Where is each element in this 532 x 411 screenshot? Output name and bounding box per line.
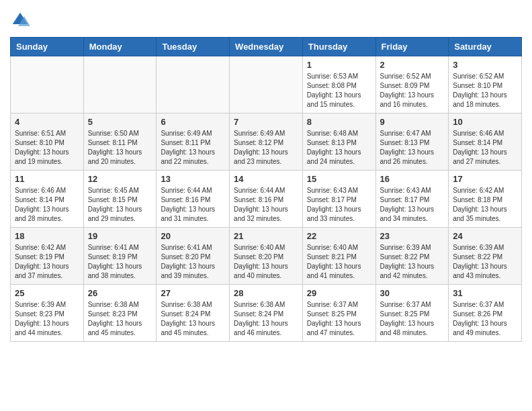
day-info: Sunrise: 6:53 AM Sunset: 8:08 PM Dayligh… bbox=[307, 72, 371, 109]
day-number: 30 bbox=[380, 288, 445, 298]
day-cell: 6Sunrise: 6:49 AM Sunset: 8:11 PM Daylig… bbox=[157, 113, 230, 171]
day-info: Sunrise: 6:46 AM Sunset: 8:14 PM Dayligh… bbox=[15, 186, 79, 224]
weekday-header-thursday: Thursday bbox=[302, 38, 375, 56]
week-row-3: 11Sunrise: 6:46 AM Sunset: 8:14 PM Dayli… bbox=[11, 171, 522, 228]
day-number: 7 bbox=[234, 117, 298, 127]
weekday-header-row: SundayMondayTuesdayWednesdayThursdayFrid… bbox=[11, 38, 522, 56]
day-cell: 20Sunrise: 6:41 AM Sunset: 8:20 PM Dayli… bbox=[157, 228, 230, 285]
day-info: Sunrise: 6:39 AM Sunset: 8:22 PM Dayligh… bbox=[453, 243, 517, 281]
day-number: 21 bbox=[234, 231, 298, 241]
day-info: Sunrise: 6:44 AM Sunset: 8:16 PM Dayligh… bbox=[161, 186, 225, 224]
day-cell: 31Sunrise: 6:37 AM Sunset: 8:26 PM Dayli… bbox=[449, 285, 522, 342]
day-number: 19 bbox=[88, 231, 152, 241]
day-cell: 12Sunrise: 6:45 AM Sunset: 8:15 PM Dayli… bbox=[83, 171, 157, 228]
day-cell bbox=[230, 56, 303, 113]
week-row-5: 25Sunrise: 6:39 AM Sunset: 8:23 PM Dayli… bbox=[11, 285, 522, 342]
day-cell: 19Sunrise: 6:41 AM Sunset: 8:19 PM Dayli… bbox=[83, 228, 157, 285]
day-info: Sunrise: 6:41 AM Sunset: 8:20 PM Dayligh… bbox=[161, 243, 225, 281]
day-number: 20 bbox=[161, 231, 225, 241]
day-info: Sunrise: 6:38 AM Sunset: 8:24 PM Dayligh… bbox=[161, 300, 225, 338]
day-number: 9 bbox=[380, 117, 445, 127]
day-info: Sunrise: 6:44 AM Sunset: 8:16 PM Dayligh… bbox=[234, 186, 298, 224]
day-number: 28 bbox=[234, 288, 298, 298]
day-cell: 26Sunrise: 6:38 AM Sunset: 8:23 PM Dayli… bbox=[83, 285, 157, 342]
day-number: 8 bbox=[307, 117, 371, 127]
day-cell bbox=[157, 56, 230, 113]
day-cell: 22Sunrise: 6:40 AM Sunset: 8:21 PM Dayli… bbox=[302, 228, 375, 285]
weekday-header-monday: Monday bbox=[83, 38, 157, 56]
day-cell: 25Sunrise: 6:39 AM Sunset: 8:23 PM Dayli… bbox=[11, 285, 84, 342]
calendar-table: SundayMondayTuesdayWednesdayThursdayFrid… bbox=[10, 37, 522, 342]
day-info: Sunrise: 6:48 AM Sunset: 8:13 PM Dayligh… bbox=[307, 129, 371, 167]
day-info: Sunrise: 6:38 AM Sunset: 8:23 PM Dayligh… bbox=[88, 300, 152, 338]
day-info: Sunrise: 6:38 AM Sunset: 8:24 PM Dayligh… bbox=[234, 300, 298, 338]
day-info: Sunrise: 6:52 AM Sunset: 8:10 PM Dayligh… bbox=[453, 72, 517, 109]
day-cell: 23Sunrise: 6:39 AM Sunset: 8:22 PM Dayli… bbox=[375, 228, 449, 285]
day-cell: 4Sunrise: 6:51 AM Sunset: 8:10 PM Daylig… bbox=[11, 113, 84, 171]
day-number: 31 bbox=[453, 288, 517, 298]
day-cell: 5Sunrise: 6:50 AM Sunset: 8:11 PM Daylig… bbox=[83, 113, 157, 171]
day-number: 18 bbox=[15, 231, 79, 241]
day-info: Sunrise: 6:37 AM Sunset: 8:26 PM Dayligh… bbox=[453, 300, 517, 338]
day-number: 3 bbox=[453, 60, 517, 70]
day-number: 23 bbox=[380, 231, 445, 241]
week-row-2: 4Sunrise: 6:51 AM Sunset: 8:10 PM Daylig… bbox=[11, 113, 522, 171]
day-info: Sunrise: 6:40 AM Sunset: 8:21 PM Dayligh… bbox=[307, 243, 371, 281]
day-info: Sunrise: 6:52 AM Sunset: 8:09 PM Dayligh… bbox=[380, 72, 445, 109]
day-cell bbox=[11, 56, 84, 113]
day-number: 24 bbox=[453, 231, 517, 241]
day-number: 10 bbox=[453, 117, 517, 127]
day-number: 6 bbox=[161, 117, 225, 127]
day-info: Sunrise: 6:43 AM Sunset: 8:17 PM Dayligh… bbox=[380, 186, 445, 224]
day-info: Sunrise: 6:43 AM Sunset: 8:17 PM Dayligh… bbox=[307, 186, 371, 224]
logo-icon bbox=[10, 10, 30, 30]
day-cell: 3Sunrise: 6:52 AM Sunset: 8:10 PM Daylig… bbox=[449, 56, 522, 113]
day-number: 17 bbox=[453, 174, 517, 184]
day-info: Sunrise: 6:45 AM Sunset: 8:15 PM Dayligh… bbox=[88, 186, 152, 224]
day-cell: 10Sunrise: 6:46 AM Sunset: 8:14 PM Dayli… bbox=[449, 113, 522, 171]
day-info: Sunrise: 6:51 AM Sunset: 8:10 PM Dayligh… bbox=[15, 129, 79, 167]
day-cell bbox=[83, 56, 157, 113]
day-cell: 7Sunrise: 6:49 AM Sunset: 8:12 PM Daylig… bbox=[230, 113, 303, 171]
weekday-header-saturday: Saturday bbox=[449, 38, 522, 56]
day-number: 2 bbox=[380, 60, 445, 70]
day-cell: 24Sunrise: 6:39 AM Sunset: 8:22 PM Dayli… bbox=[449, 228, 522, 285]
day-cell: 17Sunrise: 6:42 AM Sunset: 8:18 PM Dayli… bbox=[449, 171, 522, 228]
logo bbox=[10, 10, 33, 30]
day-cell: 2Sunrise: 6:52 AM Sunset: 8:09 PM Daylig… bbox=[375, 56, 449, 113]
page-header bbox=[10, 10, 522, 30]
week-row-1: 1Sunrise: 6:53 AM Sunset: 8:08 PM Daylig… bbox=[11, 56, 522, 113]
day-cell: 15Sunrise: 6:43 AM Sunset: 8:17 PM Dayli… bbox=[302, 171, 375, 228]
day-cell: 28Sunrise: 6:38 AM Sunset: 8:24 PM Dayli… bbox=[230, 285, 303, 342]
day-info: Sunrise: 6:41 AM Sunset: 8:19 PM Dayligh… bbox=[88, 243, 152, 281]
day-number: 13 bbox=[161, 174, 225, 184]
day-info: Sunrise: 6:39 AM Sunset: 8:22 PM Dayligh… bbox=[380, 243, 445, 281]
day-cell: 21Sunrise: 6:40 AM Sunset: 8:20 PM Dayli… bbox=[230, 228, 303, 285]
day-info: Sunrise: 6:37 AM Sunset: 8:25 PM Dayligh… bbox=[380, 300, 445, 338]
day-info: Sunrise: 6:46 AM Sunset: 8:14 PM Dayligh… bbox=[453, 129, 517, 167]
week-row-4: 18Sunrise: 6:42 AM Sunset: 8:19 PM Dayli… bbox=[11, 228, 522, 285]
day-info: Sunrise: 6:50 AM Sunset: 8:11 PM Dayligh… bbox=[88, 129, 152, 167]
day-cell: 29Sunrise: 6:37 AM Sunset: 8:25 PM Dayli… bbox=[302, 285, 375, 342]
day-info: Sunrise: 6:47 AM Sunset: 8:13 PM Dayligh… bbox=[380, 129, 445, 167]
day-number: 4 bbox=[15, 117, 79, 127]
day-cell: 9Sunrise: 6:47 AM Sunset: 8:13 PM Daylig… bbox=[375, 113, 449, 171]
day-number: 29 bbox=[307, 288, 371, 298]
day-cell: 30Sunrise: 6:37 AM Sunset: 8:25 PM Dayli… bbox=[375, 285, 449, 342]
day-info: Sunrise: 6:49 AM Sunset: 8:12 PM Dayligh… bbox=[234, 129, 298, 167]
day-number: 14 bbox=[234, 174, 298, 184]
weekday-header-wednesday: Wednesday bbox=[230, 38, 303, 56]
day-info: Sunrise: 6:39 AM Sunset: 8:23 PM Dayligh… bbox=[15, 300, 79, 338]
day-number: 1 bbox=[307, 60, 371, 70]
day-cell: 14Sunrise: 6:44 AM Sunset: 8:16 PM Dayli… bbox=[230, 171, 303, 228]
day-cell: 13Sunrise: 6:44 AM Sunset: 8:16 PM Dayli… bbox=[157, 171, 230, 228]
day-number: 26 bbox=[88, 288, 152, 298]
day-number: 11 bbox=[15, 174, 79, 184]
weekday-header-tuesday: Tuesday bbox=[157, 38, 230, 56]
day-number: 16 bbox=[380, 174, 445, 184]
day-cell: 1Sunrise: 6:53 AM Sunset: 8:08 PM Daylig… bbox=[302, 56, 375, 113]
day-cell: 16Sunrise: 6:43 AM Sunset: 8:17 PM Dayli… bbox=[375, 171, 449, 228]
day-cell: 8Sunrise: 6:48 AM Sunset: 8:13 PM Daylig… bbox=[302, 113, 375, 171]
day-info: Sunrise: 6:49 AM Sunset: 8:11 PM Dayligh… bbox=[161, 129, 225, 167]
day-cell: 27Sunrise: 6:38 AM Sunset: 8:24 PM Dayli… bbox=[157, 285, 230, 342]
